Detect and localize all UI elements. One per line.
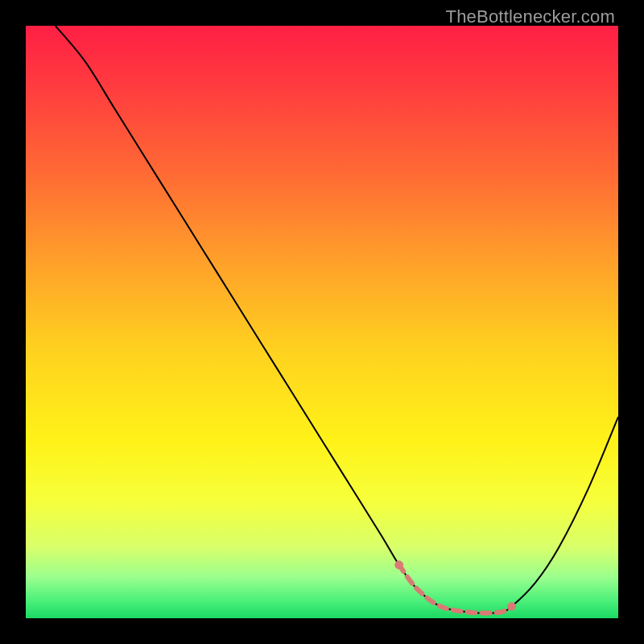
chart-background xyxy=(26,26,618,618)
optimal-range-cap xyxy=(507,602,516,611)
watermark-text: TheBottlenecker.com xyxy=(446,6,615,27)
chart-svg xyxy=(26,26,618,618)
chart-frame xyxy=(26,26,618,618)
optimal-range-cap xyxy=(394,560,403,569)
